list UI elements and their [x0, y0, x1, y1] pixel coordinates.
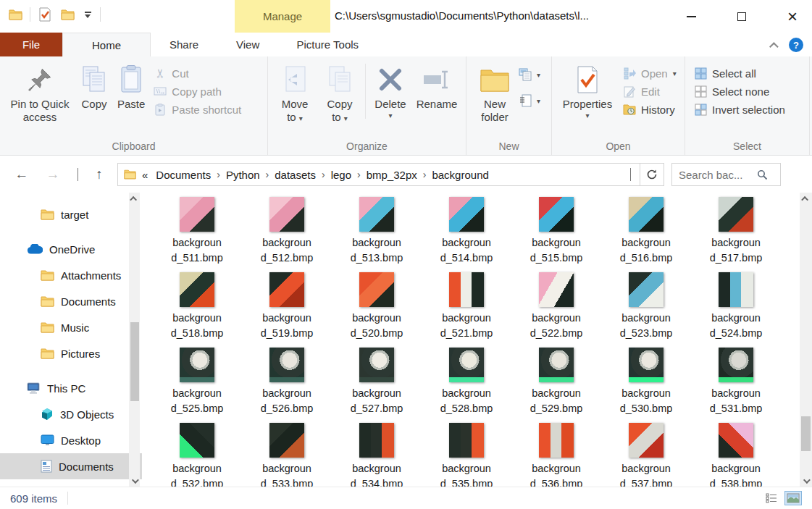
file-item-background_526-bmp[interactable]: background_526.bmp — [242, 348, 332, 423]
easy-access-button[interactable]: ▾ — [519, 94, 540, 107]
sidebar-scroll-down-icon[interactable] — [129, 475, 140, 487]
tab-picture-tools[interactable]: Picture Tools — [280, 33, 375, 56]
edit-button[interactable]: Edit — [623, 85, 677, 98]
sidebar-item-pictures[interactable]: Pictures — [0, 340, 142, 366]
file-item-background_518-bmp[interactable]: background_518.bmp — [152, 272, 242, 348]
breadcrumb-python[interactable]: Python — [221, 169, 265, 181]
close-button[interactable]: × — [783, 7, 802, 26]
file-item-background_538-bmp[interactable]: background_538.bmp — [691, 423, 781, 487]
tab-home[interactable]: Home — [62, 33, 151, 56]
file-item-background_536-bmp[interactable]: background_536.bmp — [511, 423, 601, 487]
files-scroll-thumb[interactable] — [801, 416, 811, 452]
breadcrumb-documents[interactable]: Documents — [151, 169, 216, 181]
up-button[interactable]: ↑ — [96, 167, 103, 182]
file-item-background_537-bmp[interactable]: background_537.bmp — [601, 423, 691, 487]
thumbnail-view-button[interactable] — [784, 491, 802, 505]
sidebar-scroll-up-icon[interactable] — [129, 193, 140, 204]
tab-share[interactable]: Share — [151, 33, 217, 56]
file-item-background_535-bmp[interactable]: background_535.bmp — [422, 423, 511, 487]
collapse-ribbon-chevron-icon[interactable] — [772, 42, 779, 49]
files-scrollbar[interactable] — [800, 193, 812, 487]
file-item-background_517-bmp[interactable]: background_517.bmp — [691, 197, 781, 272]
file-item-background_521-bmp[interactable]: background_521.bmp — [422, 272, 511, 348]
paste-shortcut-button[interactable]: Paste shortcut — [154, 103, 241, 116]
sidebar-item-attachments[interactable]: Attachments — [0, 262, 142, 288]
forward-button[interactable]: → — [46, 167, 60, 182]
sidebar-item-desktop[interactable]: Desktop — [0, 427, 142, 453]
file-item-background_530-bmp[interactable]: background_530.bmp — [601, 348, 691, 423]
new-item-button[interactable]: ▾ — [519, 68, 540, 81]
rename-button[interactable]: Rename — [412, 59, 461, 111]
app-folder-icon[interactable] — [7, 6, 23, 23]
file-item-background_512-bmp[interactable]: background_512.bmp — [242, 197, 332, 272]
file-item-background_533-bmp[interactable]: background_533.bmp — [242, 423, 332, 487]
file-item-background_514-bmp[interactable]: background_514.bmp — [422, 197, 511, 272]
copy-button[interactable]: Copy — [75, 59, 113, 111]
file-item-background_515-bmp[interactable]: background_515.bmp — [511, 197, 601, 272]
breadcrumb-background[interactable]: background — [427, 169, 493, 181]
sidebar-scroll-thumb[interactable] — [130, 322, 139, 402]
sidebar-item-this-pc[interactable]: This PC — [0, 375, 142, 401]
pin-to-quick-access-button[interactable]: Pin to Quick access — [4, 59, 75, 125]
manage-contextual-tab[interactable]: Manage — [235, 0, 330, 33]
address-dropdown-chevron[interactable] — [624, 168, 637, 181]
details-view-button[interactable] — [763, 491, 780, 505]
sidebar-item-documents[interactable]: Documents — [0, 288, 142, 314]
file-item-background_524-bmp[interactable]: background_524.bmp — [691, 272, 781, 348]
file-item-background_532-bmp[interactable]: background_532.bmp — [152, 423, 242, 487]
tab-file[interactable]: File — [0, 33, 62, 56]
file-item-background_525-bmp[interactable]: background_525.bmp — [152, 348, 242, 423]
file-item-background_529-bmp[interactable]: background_529.bmp — [511, 348, 601, 423]
select-none-button[interactable]: Select none — [694, 85, 785, 98]
copy-path-button[interactable]: Copy path — [154, 85, 241, 98]
file-item-background_534-bmp[interactable]: background_534.bmp — [332, 423, 422, 487]
qat-customize-dropdown[interactable] — [82, 12, 93, 18]
sidebar-item-music[interactable]: Music — [0, 314, 142, 340]
cut-button[interactable]: ✂ Cut — [154, 67, 241, 80]
qat-properties-icon[interactable] — [37, 6, 53, 23]
sidebar-item-target[interactable]: target — [0, 201, 142, 227]
history-button[interactable]: History — [623, 103, 677, 116]
move-to-button[interactable]: Move to ▾ — [272, 59, 317, 125]
file-item-background_520-bmp[interactable]: background_520.bmp — [332, 272, 422, 348]
delete-button[interactable]: Delete ▾ — [369, 59, 412, 119]
sidebar-item-documents[interactable]: Documents — [0, 453, 142, 479]
sidebar-item-onedrive[interactable]: OneDrive — [0, 236, 142, 262]
breadcrumb-datasets[interactable]: datasets — [269, 169, 321, 181]
help-button[interactable]: ? — [789, 38, 803, 52]
select-all-button[interactable]: Select all — [694, 67, 785, 80]
breadcrumb-lego[interactable]: lego — [326, 169, 356, 181]
properties-button[interactable]: Properties ▾ — [556, 59, 619, 119]
minimize-button[interactable] — [682, 7, 700, 26]
back-button[interactable]: ← — [14, 167, 28, 182]
copy-to-button[interactable]: Copy to ▾ — [317, 59, 362, 125]
invert-selection-button[interactable]: Invert selection — [694, 103, 785, 116]
maximize-button[interactable] — [732, 7, 751, 26]
sidebar-item-downloads[interactable]: Downloads — [0, 479, 142, 487]
search-icon[interactable] — [757, 169, 768, 180]
files-scroll-up-icon[interactable] — [800, 193, 812, 204]
open-button[interactable]: Open ▾ — [623, 67, 677, 80]
file-item-background_527-bmp[interactable]: background_527.bmp — [332, 348, 422, 423]
recent-locations-chevron[interactable] — [78, 168, 78, 181]
refresh-button[interactable] — [640, 163, 664, 186]
file-item-background_511-bmp[interactable]: background_511.bmp — [152, 197, 242, 272]
qat-new-folder-icon[interactable] — [59, 6, 75, 23]
files-scroll-down-icon[interactable] — [800, 475, 812, 487]
file-item-background_522-bmp[interactable]: background_522.bmp — [511, 272, 601, 348]
tab-view[interactable]: View — [217, 33, 278, 56]
sidebar-item-3d-objects[interactable]: 3D Objects — [0, 401, 142, 427]
search-input[interactable] — [679, 169, 757, 181]
file-item-background_516-bmp[interactable]: background_516.bmp — [601, 197, 691, 272]
paste-button[interactable]: Paste — [113, 59, 149, 111]
file-item-background_531-bmp[interactable]: background_531.bmp — [691, 348, 781, 423]
new-folder-button[interactable]: New folder — [471, 59, 519, 125]
file-item-background_519-bmp[interactable]: background_519.bmp — [242, 272, 332, 348]
address-box[interactable]: « Documents › Python › datasets › lego ›… — [117, 163, 640, 186]
file-item-background_528-bmp[interactable]: background_528.bmp — [422, 348, 511, 423]
file-item-background_513-bmp[interactable]: background_513.bmp — [332, 197, 422, 272]
breadcrumb-overflow[interactable]: « — [136, 169, 151, 181]
breadcrumb-bmp-32px[interactable]: bmp_32px — [361, 169, 422, 181]
sidebar-scrollbar[interactable] — [129, 193, 140, 487]
file-item-background_523-bmp[interactable]: background_523.bmp — [601, 272, 691, 348]
